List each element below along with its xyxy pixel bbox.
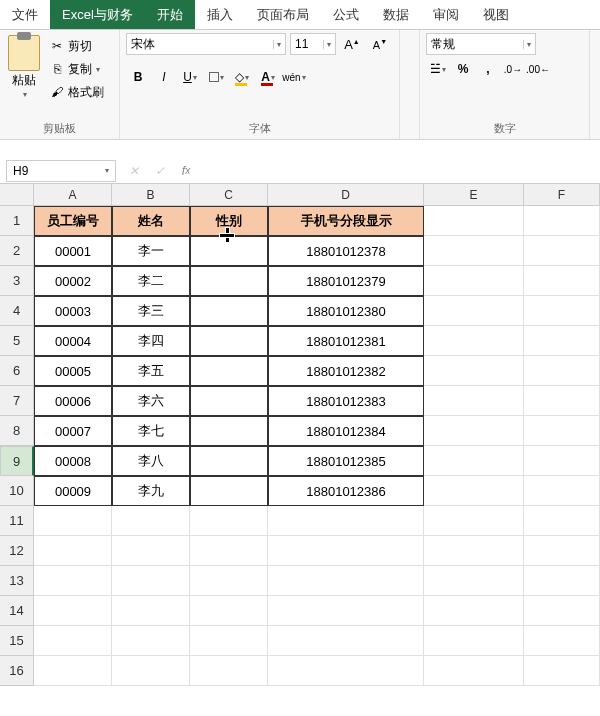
- name-box[interactable]: H9 ▾: [6, 160, 116, 182]
- cell-F2[interactable]: [524, 236, 600, 266]
- cell-F14[interactable]: [524, 596, 600, 626]
- col-header-E[interactable]: E: [424, 184, 524, 206]
- tab-view[interactable]: 视图: [471, 0, 521, 29]
- row-header-11[interactable]: 11: [0, 506, 34, 536]
- cell-C9[interactable]: [190, 446, 268, 476]
- cell-E14[interactable]: [424, 596, 524, 626]
- cell-C11[interactable]: [190, 506, 268, 536]
- cell-C6[interactable]: [190, 356, 268, 386]
- cell-C3[interactable]: [190, 266, 268, 296]
- cell-F8[interactable]: [524, 416, 600, 446]
- fx-button[interactable]: fx: [174, 160, 198, 182]
- copy-button[interactable]: ⎘ 复制 ▾: [46, 58, 107, 80]
- cell-A4[interactable]: 00003: [34, 296, 112, 326]
- cell-E2[interactable]: [424, 236, 524, 266]
- cell-B16[interactable]: [112, 656, 190, 686]
- row-header-5[interactable]: 5: [0, 326, 34, 356]
- cell-C10[interactable]: [190, 476, 268, 506]
- cell-D10[interactable]: 18801012386: [268, 476, 424, 506]
- tab-home[interactable]: 开始: [145, 0, 195, 29]
- cell-A8[interactable]: 00007: [34, 416, 112, 446]
- number-format-select[interactable]: 常规 ▾: [426, 33, 536, 55]
- cell-B7[interactable]: 李六: [112, 386, 190, 416]
- cell-F7[interactable]: [524, 386, 600, 416]
- col-header-F[interactable]: F: [524, 184, 600, 206]
- cell-F3[interactable]: [524, 266, 600, 296]
- cell-C16[interactable]: [190, 656, 268, 686]
- formula-input[interactable]: [204, 160, 600, 182]
- cell-D12[interactable]: [268, 536, 424, 566]
- cell-E4[interactable]: [424, 296, 524, 326]
- cell-B6[interactable]: 李五: [112, 356, 190, 386]
- cell-C15[interactable]: [190, 626, 268, 656]
- cell-B5[interactable]: 李四: [112, 326, 190, 356]
- cell-C12[interactable]: [190, 536, 268, 566]
- cell-C2[interactable]: [190, 236, 268, 266]
- tab-data[interactable]: 数据: [371, 0, 421, 29]
- cell-F12[interactable]: [524, 536, 600, 566]
- cell-A6[interactable]: 00005: [34, 356, 112, 386]
- cell-E13[interactable]: [424, 566, 524, 596]
- cell-F13[interactable]: [524, 566, 600, 596]
- cell-A13[interactable]: [34, 566, 112, 596]
- cell-D2[interactable]: 18801012378: [268, 236, 424, 266]
- font-color-button[interactable]: A▾: [256, 66, 280, 88]
- cell-C5[interactable]: [190, 326, 268, 356]
- cell-A3[interactable]: 00002: [34, 266, 112, 296]
- cell-A14[interactable]: [34, 596, 112, 626]
- cell-D7[interactable]: 18801012383: [268, 386, 424, 416]
- cell-A2[interactable]: 00001: [34, 236, 112, 266]
- cell-E8[interactable]: [424, 416, 524, 446]
- cell-B1[interactable]: 姓名: [112, 206, 190, 236]
- cell-C8[interactable]: [190, 416, 268, 446]
- cell-D6[interactable]: 18801012382: [268, 356, 424, 386]
- row-header-6[interactable]: 6: [0, 356, 34, 386]
- cell-E10[interactable]: [424, 476, 524, 506]
- cell-E9[interactable]: [424, 446, 524, 476]
- col-header-D[interactable]: D: [268, 184, 424, 206]
- col-header-A[interactable]: A: [34, 184, 112, 206]
- cell-E5[interactable]: [424, 326, 524, 356]
- row-header-12[interactable]: 12: [0, 536, 34, 566]
- phonetic-button[interactable]: wén▾: [282, 66, 306, 88]
- cell-A16[interactable]: [34, 656, 112, 686]
- cell-D11[interactable]: [268, 506, 424, 536]
- cell-E3[interactable]: [424, 266, 524, 296]
- cell-D5[interactable]: 18801012381: [268, 326, 424, 356]
- cell-D16[interactable]: [268, 656, 424, 686]
- cell-C13[interactable]: [190, 566, 268, 596]
- cell-area[interactable]: 员工编号姓名性别手机号分段显示00001李一1880101237800002李二…: [34, 206, 600, 716]
- decrease-decimal-button[interactable]: .00←: [526, 58, 550, 80]
- cell-F4[interactable]: [524, 296, 600, 326]
- border-button[interactable]: ▾: [204, 66, 228, 88]
- cell-F15[interactable]: [524, 626, 600, 656]
- cell-E6[interactable]: [424, 356, 524, 386]
- cell-D15[interactable]: [268, 626, 424, 656]
- font-name-select[interactable]: 宋体 ▾: [126, 33, 286, 55]
- increase-font-button[interactable]: A▲: [340, 33, 364, 55]
- row-header-9[interactable]: 9: [0, 446, 34, 476]
- cell-F16[interactable]: [524, 656, 600, 686]
- cell-F6[interactable]: [524, 356, 600, 386]
- cell-B3[interactable]: 李二: [112, 266, 190, 296]
- italic-button[interactable]: I: [152, 66, 176, 88]
- cell-B8[interactable]: 李七: [112, 416, 190, 446]
- cell-B13[interactable]: [112, 566, 190, 596]
- cell-E11[interactable]: [424, 506, 524, 536]
- col-header-B[interactable]: B: [112, 184, 190, 206]
- format-painter-button[interactable]: 🖌 格式刷: [46, 81, 107, 103]
- select-all-corner[interactable]: [0, 184, 34, 206]
- tab-excel-finance[interactable]: Excel与财务: [50, 0, 145, 29]
- cell-D13[interactable]: [268, 566, 424, 596]
- cell-B4[interactable]: 李三: [112, 296, 190, 326]
- row-header-10[interactable]: 10: [0, 476, 34, 506]
- tab-file[interactable]: 文件: [0, 0, 50, 29]
- decrease-font-button[interactable]: A▼: [368, 33, 392, 55]
- cell-E7[interactable]: [424, 386, 524, 416]
- cell-B10[interactable]: 李九: [112, 476, 190, 506]
- tab-insert[interactable]: 插入: [195, 0, 245, 29]
- underline-button[interactable]: U▾: [178, 66, 202, 88]
- row-header-3[interactable]: 3: [0, 266, 34, 296]
- cell-A5[interactable]: 00004: [34, 326, 112, 356]
- row-header-8[interactable]: 8: [0, 416, 34, 446]
